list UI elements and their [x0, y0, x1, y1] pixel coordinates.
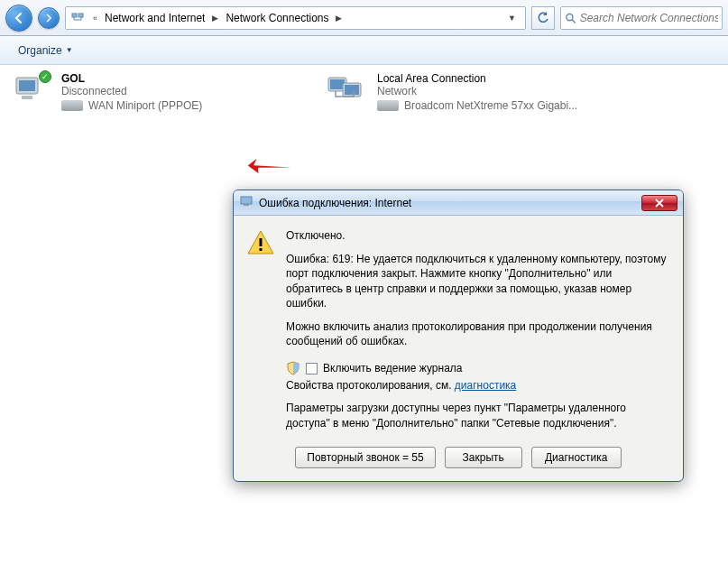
enable-logging-label: Включить ведение журнала [323, 362, 463, 374]
chevron-icon[interactable]: ▶ [330, 14, 347, 23]
svg-rect-10 [345, 85, 359, 95]
svg-line-3 [572, 19, 576, 23]
svg-rect-0 [72, 14, 77, 17]
check-badge-icon: ✓ [39, 70, 51, 83]
chevron-down-icon: ▼ [66, 46, 73, 54]
logging-properties-prefix: Свойства протоколирования, см. [286, 379, 455, 392]
svg-rect-1 [78, 14, 83, 17]
enable-logging-checkbox[interactable] [306, 363, 318, 374]
svg-rect-13 [260, 238, 263, 246]
logging-section: Включить ведение журнала Свойства проток… [234, 361, 683, 395]
connection-text: Local Area Connection Network Broadcom N… [377, 72, 577, 116]
dialog-titlebar[interactable]: Ошибка подключения: Internet [234, 190, 683, 216]
adapter-icon [377, 100, 399, 111]
close-dialog-button[interactable]: Закрыть [445, 447, 522, 468]
error-message: Ошибка: 619: Не удается подключиться к у… [286, 252, 670, 310]
redial-button[interactable]: Повторный звонок = 55 [295, 447, 435, 468]
chevron-down-icon[interactable]: ▼ [502, 14, 521, 23]
svg-rect-12 [244, 204, 249, 206]
refresh-button[interactable] [531, 6, 555, 30]
connection-icon: ✓ [11, 72, 54, 116]
back-button[interactable] [5, 5, 32, 32]
state-text: Отключено. [286, 228, 670, 243]
close-button[interactable] [641, 195, 677, 211]
connection-status: Network [377, 85, 577, 97]
search-icon [565, 12, 576, 24]
search-input[interactable] [580, 12, 718, 24]
forward-button[interactable] [38, 7, 60, 29]
connection-adapter: WAN Miniport (PPPOE) [88, 99, 202, 112]
svg-rect-11 [241, 197, 252, 204]
dialog-text: Отключено. Ошибка: 619: Не удается подкл… [286, 228, 670, 357]
connection-name: Local Area Connection [377, 72, 577, 85]
svg-rect-5 [19, 80, 35, 91]
app-icon [239, 194, 253, 211]
organize-menu[interactable]: Organize ▼ [9, 41, 82, 60]
error-dialog: Ошибка подключения: Internet Отключено. … [233, 190, 684, 482]
connection-adapter: Broadcom NetXtreme 57xx Gigabi... [404, 99, 577, 112]
diagnostics-button[interactable]: Диагностика [531, 447, 622, 468]
logging-properties-row: Свойства протоколирования, см. диагности… [286, 379, 670, 392]
breadcrumb[interactable]: « Network and Internet ▶ Network Connect… [65, 6, 526, 30]
breadcrumb-item-1[interactable]: Network and Internet [105, 12, 205, 24]
diagnostics-link[interactable]: диагностика [455, 379, 516, 392]
connections-pane: ✓ GOL Disconnected WAN Miniport (PPPOE) … [0, 65, 728, 123]
explorer-toolbar: « Network and Internet ▶ Network Connect… [0, 0, 728, 36]
svg-point-2 [567, 14, 573, 20]
chevron-left-icon[interactable]: « [88, 14, 103, 23]
command-bar: Organize ▼ [0, 36, 728, 65]
shield-icon [286, 361, 300, 375]
close-icon [655, 199, 664, 208]
network-icon [69, 10, 86, 26]
search-box[interactable] [560, 6, 723, 30]
organize-label: Organize [18, 44, 62, 57]
connection-text: GOL Disconnected WAN Miniport (PPPOE) [61, 72, 202, 116]
warning-icon [246, 228, 275, 357]
chevron-icon[interactable]: ▶ [207, 14, 224, 23]
connection-item-gol[interactable]: ✓ GOL Disconnected WAN Miniport (PPPOE) [11, 72, 272, 116]
dialog-body: Отключено. Ошибка: 619: Не удается подкл… [234, 216, 683, 361]
dialog-button-row: Повторный звонок = 55 Закрыть Диагностик… [234, 438, 683, 481]
breadcrumb-item-2[interactable]: Network Connections [226, 12, 328, 24]
connection-name: GOL [61, 72, 202, 85]
params-text: Параметры загрузки доступны через пункт … [234, 395, 683, 437]
connection-icon [327, 72, 370, 116]
adapter-icon [61, 100, 83, 111]
log-hint: Можно включить анализ протоколирования п… [286, 319, 670, 348]
connection-item-lan[interactable]: Local Area Connection Network Broadcom N… [327, 72, 588, 116]
svg-rect-6 [22, 96, 32, 99]
dialog-title: Ошибка подключения: Internet [259, 197, 636, 209]
svg-rect-14 [260, 248, 263, 251]
connection-status: Disconnected [61, 85, 202, 97]
